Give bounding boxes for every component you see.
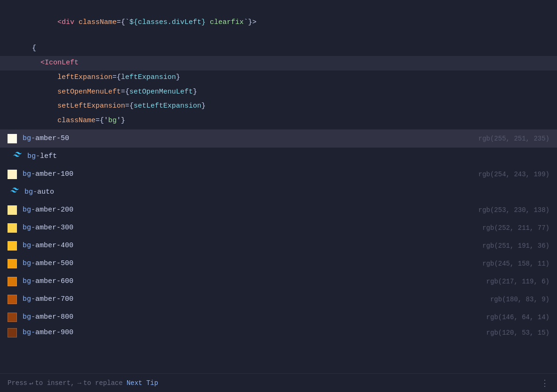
code-text: <div className={`${classes.divLeft} clea… xyxy=(24,5,256,40)
editor-container: <div className={`${classes.divLeft} clea… xyxy=(0,0,557,374)
autocomplete-dropdown: bg-amber-50 rgb(255, 251, 235) bg-left b… xyxy=(0,129,557,339)
color-swatch-6 xyxy=(8,223,17,233)
autocomplete-item-1[interactable]: bg-amber-50 rgb(255, 251, 235) xyxy=(0,130,557,148)
code-line-7: className={'bg'} xyxy=(0,114,557,128)
code-text: setOpenMenuLeft={setOpenMenuLeft} xyxy=(24,86,197,98)
to-replace-label: to replace xyxy=(83,379,123,387)
code-line-4: leftExpansion={leftExpansion} xyxy=(0,71,557,85)
autocomplete-item-6[interactable]: bg-amber-300 rgb(252, 211, 77) xyxy=(0,219,557,237)
color-swatch-5 xyxy=(8,205,17,215)
color-swatch-8 xyxy=(8,259,17,268)
item-label-4: bg-auto xyxy=(24,188,549,196)
item-value-11: rgb(146, 64, 14) xyxy=(486,314,549,321)
line-left-indicator xyxy=(8,155,10,158)
item-value-3: rgb(254, 243, 199) xyxy=(478,171,549,178)
item-label-1: bg-amber-50 xyxy=(23,134,478,142)
code-line-6: setLeftExpansion={setLeftExpansion} xyxy=(0,99,557,114)
color-swatch-12 xyxy=(8,328,17,337)
item-label-7: bg-amber-400 xyxy=(23,242,482,250)
code-text: setLeftExpansion={setLeftExpansion} xyxy=(24,101,206,112)
code-text: { xyxy=(24,43,36,55)
item-label-6: bg-amber-300 xyxy=(23,224,482,232)
item-label-9: bg-amber-600 xyxy=(23,277,486,285)
color-swatch-11 xyxy=(8,313,17,322)
color-swatch-10 xyxy=(8,295,17,304)
autocomplete-item-5[interactable]: bg-amber-200 rgb(253, 230, 138) xyxy=(0,201,557,219)
item-highlight: bg- xyxy=(23,134,35,142)
code-line-2: { xyxy=(0,41,557,56)
autocomplete-item-7[interactable]: bg-amber-400 rgb(251, 191, 36) xyxy=(0,237,557,255)
arrow-key-icon: → xyxy=(77,379,81,387)
item-value-10: rgb(180, 83, 9) xyxy=(490,296,549,303)
tailwind-icon-2 xyxy=(13,151,24,162)
item-label-2: bg-left xyxy=(27,152,549,160)
item-label-11: bg-amber-800 xyxy=(23,313,486,321)
autocomplete-item-4[interactable]: bg-auto xyxy=(0,183,557,201)
code-line-3: <IconLeft xyxy=(0,56,557,71)
color-swatch-9 xyxy=(8,277,17,286)
code-text: leftExpansion={leftExpansion} xyxy=(24,72,180,84)
tailwind-icon-4 xyxy=(10,187,21,197)
item-value-7: rgb(251, 191, 36) xyxy=(482,242,549,250)
item-value-5: rgb(253, 230, 138) xyxy=(478,206,549,214)
item-label-3: bg-amber-100 xyxy=(23,170,478,178)
code-editor: <div className={`${classes.divLeft} clea… xyxy=(0,0,557,128)
press-label: Press xyxy=(8,379,27,387)
code-line-1: <div className={`${classes.divLeft} clea… xyxy=(0,4,557,41)
item-value-6: rgb(252, 211, 77) xyxy=(482,224,549,232)
to-insert-label: to insert, xyxy=(35,379,74,387)
autocomplete-item-2[interactable]: bg-left xyxy=(0,148,557,165)
item-label-5: bg-amber-200 xyxy=(23,206,478,214)
autocomplete-item-9[interactable]: bg-amber-600 rgb(217, 119, 6) xyxy=(0,273,557,290)
enter-key-icon: ↵ xyxy=(29,379,33,387)
more-options-icon[interactable]: ⋮ xyxy=(541,378,549,388)
code-text: <IconLeft xyxy=(24,57,79,69)
item-label-10: bg-amber-700 xyxy=(23,295,490,303)
item-label-12: bg-amber-900 xyxy=(23,329,486,337)
code-line-5: setOpenMenuLeft={setOpenMenuLeft} xyxy=(0,85,557,100)
color-swatch-3 xyxy=(8,170,17,179)
autocomplete-item-8[interactable]: bg-amber-500 rgb(245, 158, 11) xyxy=(0,255,557,273)
item-value-8: rgb(245, 158, 11) xyxy=(482,260,549,267)
code-text: className={'bg'} xyxy=(24,115,125,127)
item-label-8: bg-amber-500 xyxy=(23,259,482,267)
autocomplete-item-3[interactable]: bg-amber-100 rgb(254, 243, 199) xyxy=(0,165,557,183)
status-bar: Press ↵ to insert, → to replace Next Tip… xyxy=(0,373,557,392)
autocomplete-item-11[interactable]: bg-amber-800 rgb(146, 64, 14) xyxy=(0,308,557,326)
color-swatch-1 xyxy=(8,134,17,143)
item-value-1: rgb(255, 251, 235) xyxy=(478,135,549,142)
item-value-9: rgb(217, 119, 6) xyxy=(486,278,549,285)
autocomplete-item-12[interactable]: bg-amber-900 rgb(120, 53, 15) xyxy=(0,326,557,339)
next-tip-button[interactable]: Next Tip xyxy=(127,379,158,387)
color-swatch-7 xyxy=(8,241,17,251)
autocomplete-item-10[interactable]: bg-amber-700 rgb(180, 83, 9) xyxy=(0,290,557,308)
item-value-12: rgb(120, 53, 15) xyxy=(486,329,549,337)
